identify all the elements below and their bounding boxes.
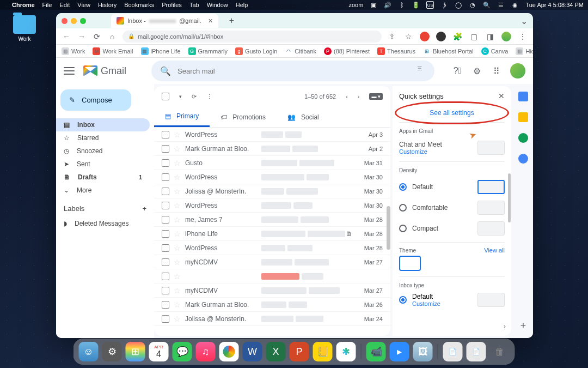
bookmark-citibank[interactable]: ◠Citibank <box>285 47 316 55</box>
next-page-icon[interactable]: › <box>358 93 360 100</box>
dock-facetime[interactable]: 📹 <box>366 342 386 361</box>
density-default[interactable]: Default <box>399 177 505 197</box>
dock-calendar[interactable]: APR4 <box>149 342 169 361</box>
mail-list[interactable]: ☆WordPressApr 3☆Mark Gurman at Bloo.Apr … <box>154 128 390 336</box>
window-minimize-button[interactable] <box>71 18 77 24</box>
sidepanel-icon[interactable]: ◨ <box>485 32 495 41</box>
input-source-icon[interactable]: US <box>426 1 434 9</box>
mail-row[interactable]: ☆myNCDMVMar 27 <box>154 283 390 298</box>
menu-file[interactable]: File <box>42 2 52 8</box>
bookmark-canva[interactable]: CCanva <box>481 47 509 55</box>
mail-row[interactable]: ☆Jolissa @ MonsterIn.Mar 30 <box>154 184 390 198</box>
extensions-puzzle-icon[interactable]: 🧩 <box>452 32 462 41</box>
screen-record-icon[interactable]: ▣ <box>370 1 377 9</box>
customize-chat-link[interactable]: Customize <box>399 148 442 155</box>
home-button[interactable]: ⌂ <box>107 32 117 41</box>
row-checkbox[interactable] <box>162 287 169 294</box>
mail-row[interactable]: ☆Mark Gurman at Bloo.Mar 26 <box>154 298 390 312</box>
row-star-icon[interactable]: ☆ <box>174 130 181 139</box>
share-icon[interactable]: ⇪ <box>387 32 397 41</box>
tab-promotions[interactable]: 🏷Promotions <box>210 107 277 127</box>
close-icon[interactable]: ✕ <box>498 92 505 100</box>
bookmark-work-email[interactable]: MWork Email <box>93 47 133 55</box>
mail-row[interactable]: ☆GustoMar 31 <box>154 156 390 170</box>
spotlight-icon[interactable]: 🔍 <box>483 1 491 9</box>
volume-icon[interactable]: 🔊 <box>384 1 391 9</box>
bookmark-bluehost[interactable]: ⊞Bluehost Portal <box>423 47 474 55</box>
siri-icon[interactable]: ◉ <box>511 1 519 9</box>
inbox-type-default[interactable]: Default Customize <box>399 293 505 307</box>
row-star-icon[interactable]: ☆ <box>174 144 181 153</box>
timer-icon[interactable]: ◔ <box>469 1 476 9</box>
forward-button[interactable]: → <box>77 32 87 41</box>
mail-row[interactable]: ☆iPhone Life🗎Mar 28 <box>154 227 390 241</box>
mail-row[interactable]: ☆WordPressApr 3 <box>154 128 390 142</box>
refresh-icon[interactable]: ⟳ <box>192 93 197 100</box>
mail-row[interactable]: ☆WordPressMar 30 <box>154 198 390 213</box>
search-options-icon[interactable]: ㆔ <box>417 65 426 77</box>
desktop-folder-work[interactable]: Work <box>11 15 38 42</box>
mail-row[interactable]: ☆myNCDMVMar 27 <box>154 255 390 269</box>
prev-page-icon[interactable]: ‹ <box>346 93 348 100</box>
row-checkbox[interactable] <box>162 273 169 280</box>
row-star-icon[interactable]: ☆ <box>174 173 181 182</box>
zoom-menubar[interactable]: zoom <box>348 2 363 8</box>
view-all-themes-link[interactable]: View all <box>484 247 505 254</box>
user-icon[interactable]: ◯ <box>455 1 462 9</box>
row-checkbox[interactable] <box>162 258 169 266</box>
window-maximize-button[interactable] <box>80 18 86 24</box>
row-checkbox[interactable] <box>162 216 169 224</box>
theme-thumbnail[interactable] <box>399 256 421 271</box>
row-checkbox[interactable] <box>162 173 169 181</box>
tabs-overflow-icon[interactable]: ⌄ <box>520 16 528 26</box>
row-star-icon[interactable]: ☆ <box>174 272 181 281</box>
menu-tab[interactable]: Tab <box>189 2 199 8</box>
row-checkbox[interactable] <box>162 188 169 195</box>
chrome-menu-icon[interactable]: ⋮ <box>518 32 528 41</box>
row-star-icon[interactable]: ☆ <box>174 159 181 167</box>
select-all-checkbox[interactable] <box>162 93 169 100</box>
bookmark-work[interactable]: ▥Work <box>62 47 85 55</box>
row-star-icon[interactable]: ☆ <box>174 300 181 309</box>
support-icon[interactable]: ?⃝ <box>451 65 463 77</box>
app-name[interactable]: Chrome <box>12 2 35 8</box>
sidebar-item-snoozed[interactable]: ◷Snoozed <box>56 144 150 158</box>
back-button[interactable]: ← <box>62 32 71 41</box>
dock-settings[interactable]: ⚙ <box>102 342 122 361</box>
row-checkbox[interactable] <box>162 202 169 209</box>
dock-trash[interactable]: 🗑 <box>490 342 510 361</box>
address-bar[interactable]: 🔒 mail.google.com/mail/u/1/#inbox <box>122 31 382 43</box>
bookmark-star-icon[interactable]: ☆ <box>403 32 413 41</box>
sidebar-item-sent[interactable]: ➤Sent <box>56 158 150 171</box>
profile-avatar-icon[interactable] <box>501 32 511 41</box>
settings-scrollbar[interactable] <box>508 173 511 222</box>
dock-finder[interactable]: ☺ <box>79 342 99 361</box>
row-checkbox[interactable] <box>162 159 169 167</box>
window-close-button[interactable] <box>62 18 68 24</box>
bookmark-grammarly[interactable]: GGrammarly <box>188 47 228 55</box>
sidebar-label-deleted[interactable]: ◗Deleted Messages <box>56 217 150 230</box>
mail-row[interactable]: ☆Mark Gurman at Bloo.Apr 2 <box>154 142 390 156</box>
add-addon-icon[interactable]: + <box>518 321 528 330</box>
density-compact[interactable]: Compact <box>399 218 505 239</box>
bookmark-gusto[interactable]: gGusto Login <box>235 47 277 55</box>
sidebar-item-drafts[interactable]: 🗎Drafts1 <box>56 171 150 184</box>
add-label-icon[interactable]: + <box>142 204 146 213</box>
row-checkbox[interactable] <box>162 244 169 252</box>
scrollbar-thumb[interactable] <box>387 206 390 250</box>
menu-bookmarks[interactable]: Bookmarks <box>124 2 154 8</box>
wifi-icon[interactable]: ⨔ <box>440 1 448 9</box>
tab-social[interactable]: 👥Social <box>277 107 330 127</box>
mail-row[interactable]: ☆WordPressMar 30 <box>154 170 390 184</box>
dock-messages[interactable]: 💬 <box>173 342 192 361</box>
input-tools-icon[interactable]: ▬ ▾ <box>369 93 383 100</box>
compose-button[interactable]: ✎ Compose <box>60 89 131 111</box>
chevron-right-icon[interactable]: › <box>504 323 506 330</box>
row-star-icon[interactable]: ☆ <box>174 215 181 224</box>
menu-history[interactable]: History <box>98 2 117 8</box>
tab-primary[interactable]: ▤Primary <box>154 107 210 127</box>
row-star-icon[interactable]: ☆ <box>174 230 181 238</box>
dock-music[interactable]: ♫ <box>196 342 216 361</box>
menu-edit[interactable]: Edit <box>59 2 70 8</box>
dock-chrome[interactable] <box>219 342 239 361</box>
